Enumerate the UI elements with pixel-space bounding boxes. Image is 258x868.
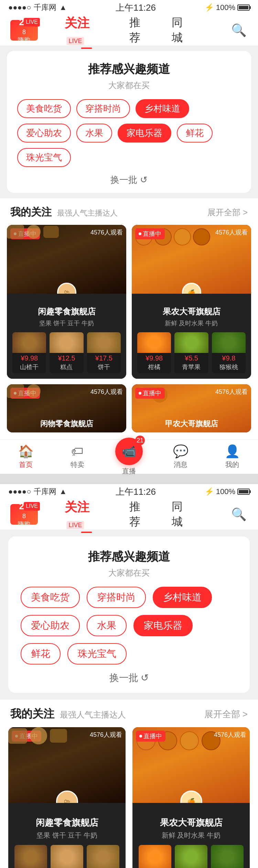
live-card-1[interactable]: 直播中 4576人观看 🛍 闲趣零食旗舰店 坚果 饼干 豆干 牛奶 bbox=[7, 225, 126, 379]
product-img-2-1-2 bbox=[51, 845, 83, 868]
tab-local[interactable]: 同城 bbox=[172, 15, 194, 45]
product-1-3[interactable]: ¥17.5 饼干 bbox=[87, 332, 121, 373]
nav-message[interactable]: 💬 消息 bbox=[155, 444, 206, 469]
shop-desc-1: 坚果 饼干 豆干 牛奶 bbox=[12, 319, 121, 327]
product-name-1-2: 糕点 bbox=[60, 363, 73, 373]
tab-follow-2[interactable]: 关注LIVE bbox=[65, 499, 109, 530]
product-img-2-1-3 bbox=[87, 845, 119, 868]
tag-fashion[interactable]: 穿搭时尚 bbox=[76, 99, 130, 118]
live-card-4[interactable]: 直播中 4576人观看 甲农大哥旗舰店 bbox=[132, 384, 251, 432]
viewers-3: 4576人观看 bbox=[90, 388, 123, 396]
product-2-2-2[interactable]: ¥5.5 青苹果 bbox=[175, 845, 207, 868]
channel-card-sub: 大家都在买 bbox=[17, 80, 241, 91]
live-badge-2-2: 直播中 bbox=[136, 731, 165, 742]
product-2-2[interactable]: ¥5.5 青苹果 bbox=[174, 332, 208, 373]
live-thumb-4: 直播中 4576人观看 甲农大哥旗舰店 bbox=[132, 384, 251, 432]
card-body-1: 闲趣零食旗舰店 坚果 饼干 豆干 牛奶 ¥9.98 山楂干 ¥12.5 糕点 bbox=[7, 294, 126, 379]
shop-avatar-2: 🍊 bbox=[182, 283, 201, 294]
promo-label: 嗨购 bbox=[18, 36, 30, 44]
tag-appliance[interactable]: 家电乐器 bbox=[118, 124, 171, 143]
shop-avatar-1: 🛍 bbox=[57, 283, 76, 294]
nav-home[interactable]: 🏠 首页 bbox=[0, 444, 52, 469]
product-1-1[interactable]: ¥9.98 山楂干 bbox=[12, 332, 46, 373]
tag-charity[interactable]: 爱心助农 bbox=[17, 124, 71, 143]
shop-desc-2-2: 新鲜 及时水果 牛奶 bbox=[139, 831, 244, 840]
tag-rural[interactable]: 乡村味道 bbox=[136, 99, 189, 118]
refresh-button-2[interactable]: 换一批 ↺ bbox=[21, 671, 237, 684]
product-img-1-1 bbox=[12, 332, 46, 353]
product-2-1[interactable]: ¥9.98 柑橘 bbox=[137, 332, 171, 373]
product-2-1-1[interactable]: ¥9.98 山楂干 bbox=[14, 845, 47, 868]
tab-local-2[interactable]: 同城 bbox=[172, 499, 194, 530]
channel-card-sub-2: 大家都在买 bbox=[21, 567, 237, 578]
tab-follow[interactable]: 关注LIVE bbox=[65, 15, 109, 46]
tag-food[interactable]: 美食吃货 bbox=[17, 99, 71, 118]
product-2-2-3[interactable]: ¥9.8 猕猴桃 bbox=[211, 845, 244, 868]
nav-profile[interactable]: 👤 我的 bbox=[206, 444, 258, 469]
live-card-3[interactable]: 直播中 4576人观看 闲物零食旗舰店 bbox=[7, 384, 126, 432]
tag-flower[interactable]: 鲜花 bbox=[177, 124, 213, 143]
live-badge-count: 21 bbox=[135, 436, 145, 445]
viewers-1: 4576人观看 bbox=[90, 228, 123, 237]
section-title-row: 我的关注 最强人气主播达人 bbox=[10, 205, 118, 219]
product-2-1-2[interactable]: ¥12.5 糕点 bbox=[51, 845, 83, 868]
expand-all-button-2[interactable]: 展开全部 > bbox=[204, 708, 248, 720]
product-2-3[interactable]: ¥9.8 猕猴桃 bbox=[212, 332, 246, 373]
nav-live[interactable]: 📹 21 直播 bbox=[103, 438, 155, 476]
tab-recommend[interactable]: 推荐 bbox=[129, 15, 151, 45]
promo-badge[interactable]: LIVE 20 8 嗨购 bbox=[10, 20, 38, 41]
product-1-2[interactable]: ¥12.5 糕点 bbox=[50, 332, 83, 373]
shop-name-2-1: 闲趣零食旗舰店 bbox=[14, 817, 119, 829]
live-center-button[interactable]: 📹 21 bbox=[115, 438, 143, 465]
shop-avatar-2-1: 🛍 bbox=[56, 791, 78, 803]
search-button-2[interactable]: 🔍 bbox=[230, 505, 248, 523]
product-img-2-1 bbox=[137, 332, 171, 353]
product-name-2-3: 猕猴桃 bbox=[219, 363, 238, 373]
tag-food-2[interactable]: 美食吃货 bbox=[21, 587, 80, 608]
battery-label-2: 100% bbox=[216, 487, 235, 496]
expand-all-button[interactable]: 展开全部 > bbox=[207, 207, 248, 218]
live-card-2[interactable]: 直播中 4576人观看 🍊 果农大哥旗舰店 bbox=[132, 225, 251, 379]
shop-desc-2: 新鲜 及时水果 牛奶 bbox=[137, 319, 246, 327]
live-dot-4 bbox=[139, 392, 141, 395]
live-thumb-2-2: 直播中 4576人观看 🍊 bbox=[132, 727, 250, 803]
home-icon: 🏠 bbox=[18, 444, 34, 459]
live-card-2-2[interactable]: 直播中 4576人观看 🍊 果农大哥旗舰店 新鲜 及时水果 牛奶 bbox=[132, 727, 250, 868]
tag-flower-2[interactable]: 鲜花 bbox=[21, 643, 61, 665]
section-header-2: 我的关注 最强人气主播达人 展开全部 > bbox=[0, 700, 258, 727]
tag-appliance-2[interactable]: 家电乐器 bbox=[133, 615, 193, 636]
tag-jewelry[interactable]: 珠光宝气 bbox=[17, 148, 71, 167]
live-nav-label: 直播 bbox=[122, 467, 136, 476]
message-label: 消息 bbox=[174, 460, 187, 469]
product-2-2-1[interactable]: ¥9.98 柑橘 bbox=[139, 845, 171, 868]
follow-live-tag: LIVE bbox=[67, 37, 84, 45]
battery-icon bbox=[237, 4, 250, 11]
live-card-2-1[interactable]: 直播中 4576人观看 🛍 闲趣零食旗舰店 坚果 饼干 豆干 牛奶 bbox=[8, 727, 126, 868]
product-name-1-3: 饼干 bbox=[98, 363, 110, 373]
my-follow-section-2: 我的关注 最强人气主播达人 展开全部 > 直播中 4576人观看 bbox=[0, 700, 258, 868]
nav-sale[interactable]: 🏷 特卖 bbox=[52, 444, 103, 469]
live-thumb-3: 直播中 4576人观看 闲物零食旗舰店 bbox=[7, 384, 126, 432]
product-2-1-3[interactable]: ¥17.5 饼干 bbox=[87, 845, 119, 868]
product-name-2-1: 柑橘 bbox=[148, 363, 160, 373]
product-row-2-2: ¥9.98 柑橘 ¥5.5 青苹果 ¥9.8 猕猴桃 bbox=[139, 845, 244, 868]
live-dot-2 bbox=[139, 232, 141, 235]
refresh-button[interactable]: 换一批 ↺ bbox=[17, 174, 241, 186]
my-follow-section: 我的关注 最强人气主播达人 展开全部 > 直播中 4576人观看 bbox=[0, 198, 258, 439]
search-button[interactable]: 🔍 bbox=[230, 21, 248, 39]
profile-icon: 👤 bbox=[225, 444, 240, 459]
tab-recommend-2[interactable]: 推荐 bbox=[129, 499, 151, 530]
tag-jewelry-2[interactable]: 珠光宝气 bbox=[67, 643, 127, 665]
channel-card-title: 推荐感兴趣频道 bbox=[17, 61, 241, 77]
channel-tags: 美食吃货 穿搭时尚 乡村味道 爱心助农 水果 家电乐器 鲜花 珠光宝气 bbox=[17, 99, 241, 167]
section-title-row-2: 我的关注 最强人气主播达人 bbox=[10, 707, 126, 722]
tag-charity-2[interactable]: 爱心助农 bbox=[21, 615, 80, 636]
tag-fashion-2[interactable]: 穿搭时尚 bbox=[87, 587, 146, 608]
promo-unit: 8 bbox=[22, 28, 26, 36]
tag-fruit[interactable]: 水果 bbox=[76, 124, 112, 143]
tag-rural-2[interactable]: 乡村味道 bbox=[153, 587, 212, 608]
tag-fruit-2[interactable]: 水果 bbox=[87, 615, 127, 636]
promo-badge-2[interactable]: LIVE 20 8 嗨购 bbox=[10, 504, 38, 525]
wifi-icon-2: ▲ bbox=[59, 487, 67, 496]
status-left-2: ●●●●○ 千库网 ▲ bbox=[8, 487, 67, 497]
